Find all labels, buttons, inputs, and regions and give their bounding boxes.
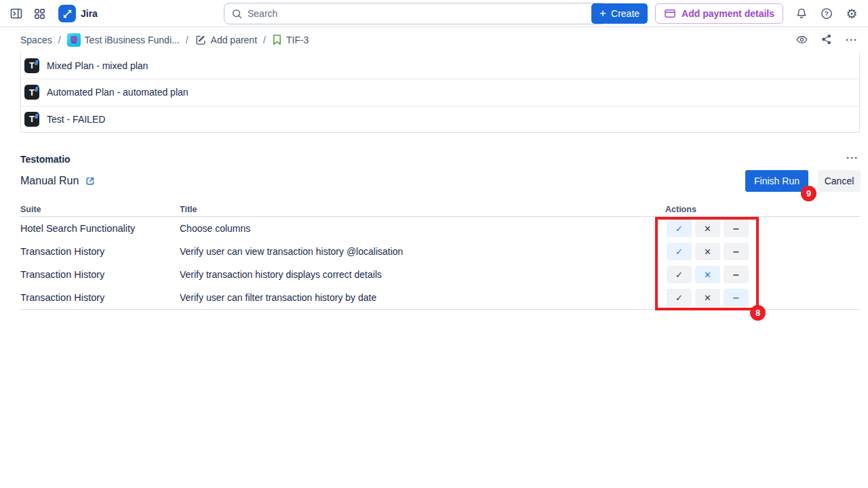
plan-list-item[interactable]: TMixed Plan - mixed plan (21, 52, 859, 79)
create-button-label: Create (611, 8, 639, 19)
share-button[interactable] (816, 28, 837, 50)
plan-list-item[interactable]: TTest - FAILED (21, 106, 859, 132)
nav-left-group: Jira (5, 0, 98, 27)
title-cell: Verify user can view transaction history… (180, 246, 645, 257)
collapse-sidebar-button[interactable] (5, 3, 27, 24)
breadcrumb-separator: / (58, 35, 61, 45)
external-link-icon[interactable] (85, 176, 96, 186)
sidebar-toggle-icon (9, 7, 23, 20)
plan-label: Test - FAILED (47, 114, 105, 125)
help-button[interactable]: ? (816, 3, 837, 24)
plan-list-item[interactable]: TAutomated Plan - automated plan (21, 79, 859, 105)
breadcrumb-separator: / (186, 35, 189, 45)
ellipsis-icon: ··· (846, 152, 859, 163)
finish-run-button[interactable]: Finish Run (745, 170, 808, 192)
x-icon: ✕ (704, 224, 711, 234)
fail-button[interactable]: ✕ (695, 220, 720, 237)
add-parent-button[interactable]: Add parent (195, 34, 258, 46)
testomatio-logo-icon: T (24, 58, 39, 73)
skip-button[interactable]: − (724, 289, 749, 306)
x-icon: ✕ (704, 293, 711, 303)
column-header-suite[interactable]: Suite (20, 205, 41, 214)
watch-button[interactable] (791, 28, 812, 50)
logo-accent (35, 87, 38, 92)
create-button[interactable]: + Create (591, 3, 648, 24)
jira-app-window: Jira + Create (0, 0, 868, 488)
skip-button[interactable]: − (724, 243, 749, 260)
table-body: Hotel Search FunctionalityChoose columns… (20, 217, 860, 310)
add-payment-details-button[interactable]: Add payment details (655, 3, 783, 24)
fail-button[interactable]: ✕ (695, 289, 720, 306)
section-more-button[interactable]: ··· (846, 152, 859, 163)
add-parent-label: Add parent (211, 35, 258, 45)
title-cell: Choose columns (180, 223, 645, 234)
pass-button[interactable]: ✓ (667, 243, 692, 260)
top-navigation: Jira + Create (0, 0, 868, 27)
table-header-row: Suite Title Actions (20, 204, 860, 217)
breadcrumb-space[interactable]: Test iBusiness Fundi... (67, 33, 180, 47)
minus-icon: − (732, 270, 740, 280)
testomatio-heading: Testomatio (20, 154, 71, 165)
actions-cell: ✓✕− (667, 220, 749, 237)
breadcrumb-bar: Spaces / Test iBusiness Fundi... / Add p… (0, 27, 868, 52)
edit-icon (195, 34, 207, 46)
notifications-button[interactable] (791, 3, 812, 24)
app-switcher-button[interactable] (28, 3, 50, 24)
jira-home-link[interactable]: Jira (58, 5, 98, 22)
page-actions: ··· (791, 28, 863, 50)
suite-cell: Transaction History (20, 292, 180, 303)
global-search[interactable] (224, 3, 607, 24)
check-icon: ✓ (675, 293, 683, 303)
minus-icon: − (732, 224, 740, 234)
more-actions-button[interactable]: ··· (841, 28, 863, 50)
actions-cell: ✓✕− (667, 289, 749, 306)
column-header-title[interactable]: Title (180, 205, 197, 214)
x-icon: ✕ (704, 247, 711, 257)
skip-button[interactable]: − (724, 266, 749, 283)
check-icon: ✓ (675, 247, 683, 257)
plus-icon: + (599, 7, 606, 19)
title-cell: Verify user can filter transaction histo… (180, 292, 645, 303)
breadcrumb-spaces[interactable]: Spaces (20, 35, 52, 45)
bell-icon (795, 7, 808, 20)
check-icon: ✓ (675, 270, 683, 280)
add-payment-label: Add payment details (682, 8, 774, 19)
breadcrumb-separator: / (263, 35, 266, 45)
plan-label: Mixed Plan - mixed plan (47, 60, 148, 71)
cancel-button[interactable]: Cancel (818, 170, 861, 192)
app-title: Jira (81, 8, 98, 19)
gear-icon: ⚙ (846, 7, 857, 20)
x-icon: ✕ (704, 270, 711, 280)
share-icon (821, 33, 833, 45)
title-cell: Verify transaction history displays corr… (180, 269, 645, 280)
test-run-table: Suite Title Actions Hotel Search Functio… (20, 204, 860, 310)
run-title-row: Manual Run (20, 175, 96, 187)
pass-button[interactable]: ✓ (667, 266, 692, 283)
test-plans-list: TMixed Plan - mixed planTAutomated Plan … (20, 52, 860, 133)
testomatio-logo-icon: T (24, 112, 39, 127)
eye-icon (795, 33, 808, 46)
settings-button[interactable]: ⚙ (841, 3, 863, 24)
credit-card-icon (664, 7, 676, 20)
fail-button[interactable]: ✕ (695, 266, 720, 283)
minus-icon: − (732, 293, 740, 303)
actions-cell: ✓✕− (667, 266, 749, 283)
fail-button[interactable]: ✕ (695, 243, 720, 260)
ellipsis-icon: ··· (846, 34, 858, 45)
breadcrumb-issue-key[interactable]: TIF-3 (272, 34, 309, 45)
app-grid-icon (33, 7, 46, 20)
logo-accent (35, 114, 38, 119)
run-title: Manual Run (20, 175, 79, 187)
check-icon: ✓ (675, 224, 683, 234)
table-row: Transaction HistoryVerify user can filte… (20, 286, 860, 309)
plan-label: Automated Plan - automated plan (47, 87, 189, 98)
skip-button[interactable]: − (724, 220, 749, 237)
pass-button[interactable]: ✓ (667, 289, 692, 306)
breadcrumb: Spaces / Test iBusiness Fundi... / Add p… (20, 27, 309, 52)
bookmark-icon (272, 34, 282, 45)
pass-button[interactable]: ✓ (667, 220, 692, 237)
breadcrumb-space-name: Test iBusiness Fundi... (85, 35, 180, 45)
jira-logo-icon (58, 5, 76, 22)
search-input[interactable] (248, 8, 599, 19)
search-icon (231, 8, 243, 20)
